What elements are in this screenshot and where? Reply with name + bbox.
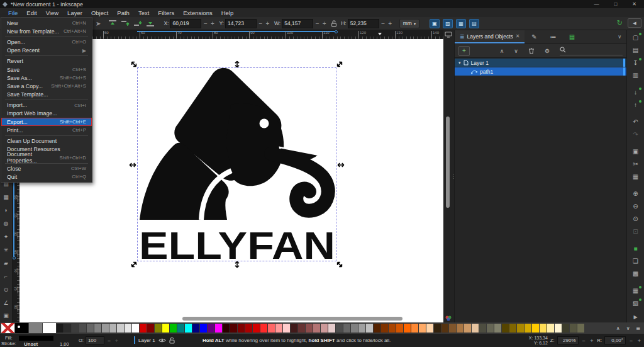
scale-handle-left[interactable] — [128, 161, 137, 169]
fill-color-swatch[interactable] — [19, 336, 53, 341]
palette-swatch[interactable] — [532, 324, 539, 333]
expand-caret-icon[interactable]: ▾ — [458, 60, 461, 65]
lock-ratio-icon[interactable] — [331, 20, 337, 27]
palette-swatch[interactable] — [57, 324, 64, 333]
menu-item-new[interactable]: NewCtrl+N — [1, 19, 92, 27]
open-document-icon[interactable]: ▤ — [630, 45, 642, 54]
lower-to-bottom-icon[interactable] — [146, 20, 155, 27]
scale-corners-toggle[interactable]: ▨ — [443, 19, 453, 28]
menu-view[interactable]: View — [42, 9, 63, 16]
palette-swatch[interactable] — [547, 324, 554, 333]
palette-swatch[interactable] — [291, 324, 297, 333]
vertical-scrollbar[interactable] — [446, 117, 450, 208]
horizontal-scrollbar[interactable] — [182, 317, 402, 321]
palette-swatch[interactable] — [343, 324, 350, 333]
menu-path[interactable]: Path — [113, 9, 134, 16]
menu-item-clean-up-document[interactable]: Clean Up Document — [1, 137, 92, 145]
minimize-button[interactable]: — — [594, 1, 599, 7]
raise-to-top-icon[interactable] — [108, 20, 117, 27]
menu-edit[interactable]: Edit — [22, 9, 41, 16]
palette-swatch[interactable] — [562, 324, 569, 333]
palette-swatch[interactable] — [253, 324, 260, 333]
menu-item-quit[interactable]: QuitCtrl+Q — [1, 173, 92, 181]
clone-icon[interactable]: ▩ — [630, 269, 642, 278]
palette-swatch[interactable] — [426, 324, 433, 333]
rotation-field[interactable]: 0,00° — [604, 336, 626, 344]
palette-swatch[interactable] — [555, 324, 562, 333]
menu-help[interactable]: Help — [217, 9, 238, 16]
palette-swatch[interactable] — [577, 324, 584, 333]
palette-swatch[interactable] — [275, 324, 282, 333]
width-increment-button[interactable]: + — [321, 20, 327, 27]
y-increment-button[interactable]: + — [265, 20, 270, 27]
group-icon[interactable]: ▦ — [630, 286, 642, 295]
palette-swatch[interactable] — [441, 324, 448, 333]
palette-swatch[interactable] — [170, 324, 177, 333]
current-layer-name[interactable]: Layer 1 — [138, 338, 155, 343]
layer-settings-gear-icon[interactable]: ⚙ — [545, 48, 550, 54]
layer-lock-icon[interactable] — [169, 337, 175, 344]
palette-swatch[interactable] — [306, 324, 313, 333]
zoom-increment-button[interactable]: + — [589, 338, 595, 344]
menu-item-export[interactable]: Export...Shift+Ctrl+E — [1, 118, 92, 126]
menu-item-import[interactable]: Import...Ctrl+I — [1, 101, 92, 110]
redo-icon[interactable]: ↷ — [630, 130, 642, 139]
export-icon[interactable]: ↑ — [630, 100, 642, 109]
menu-file[interactable]: File — [4, 9, 22, 16]
palette-swatch[interactable] — [87, 324, 94, 333]
palette-swatch[interactable] — [260, 324, 267, 333]
height-decrement-button[interactable]: − — [380, 20, 386, 27]
zoom-out-icon[interactable]: ⊖ — [630, 202, 642, 210]
objects-dialog-tab[interactable]: ≔ — [543, 33, 562, 40]
copy-icon[interactable]: ▣ — [630, 147, 642, 156]
menu-layer[interactable]: Layer — [63, 9, 87, 16]
palette-swatch[interactable] — [125, 324, 131, 333]
width-decrement-button[interactable]: − — [314, 20, 320, 27]
menu-item-new-from-template[interactable]: New from Template...Ctrl+Alt+N — [1, 27, 92, 35]
palette-swatch[interactable] — [419, 324, 426, 333]
zoom-fit-icon[interactable]: ⊡ — [630, 227, 642, 236]
zoom-actual-icon[interactable]: ⊙ — [630, 214, 642, 223]
print-icon[interactable]: ▥ — [630, 71, 642, 79]
palette-swatch[interactable] — [72, 324, 79, 333]
new-document-icon[interactable]: ▢ — [630, 33, 642, 42]
eraser-tool-icon[interactable]: ▰ — [1, 256, 11, 270]
palette-swatch[interactable] — [366, 324, 373, 333]
palette-swatch[interactable] — [328, 324, 335, 333]
palette-swatch[interactable] — [502, 324, 509, 333]
palette-swatch[interactable] — [185, 324, 192, 333]
unit-dropdown[interactable]: mm ▾ — [399, 19, 419, 28]
snapping-icon[interactable]: ↻ — [617, 19, 623, 27]
pages-tool-icon[interactable]: ▣ — [1, 309, 11, 322]
elephant-logo[interactable]: ELLYFAN — [138, 68, 337, 262]
object-row[interactable]: path1 — [455, 67, 626, 76]
move-layer-down-icon[interactable]: ∨ — [514, 48, 518, 54]
y-field[interactable]: 14,723 — [225, 19, 257, 28]
menu-item-import-web-image[interactable]: Import Web Image... — [1, 110, 92, 118]
menu-object[interactable]: Object — [87, 9, 113, 16]
dock-menu-chevron-icon[interactable]: ∨ — [618, 34, 626, 40]
zoom-field[interactable]: 290% — [557, 336, 579, 344]
palette-swatch[interactable] — [79, 324, 86, 333]
close-button[interactable]: ✕ — [632, 1, 636, 7]
selection-box[interactable]: ELLYFAN — [137, 67, 336, 261]
stroke-value[interactable]: Unset — [24, 341, 38, 347]
palette-swatch[interactable] — [313, 324, 320, 333]
scale-handle-right[interactable] — [336, 161, 345, 169]
palette-swatch[interactable] — [109, 324, 116, 333]
menu-item-close[interactable]: CloseCtrl+W — [1, 164, 92, 173]
move-layer-up-icon[interactable]: ∧ — [500, 48, 504, 54]
palette-swatch[interactable] — [351, 324, 358, 333]
paint-bucket-tool-icon[interactable]: ◍ — [1, 217, 11, 230]
menu-item-save-template[interactable]: Save Template... — [1, 91, 92, 99]
opacity-increment-button[interactable]: + — [114, 338, 119, 344]
palette-swatch[interactable] — [457, 324, 464, 333]
import-icon[interactable]: ↓ — [630, 88, 642, 96]
palette-swatch[interactable] — [374, 324, 380, 333]
layer-search-input[interactable] — [560, 47, 623, 55]
menu-item-open-recent[interactable]: Open Recent▶ — [1, 47, 92, 55]
palette-swatch[interactable] — [230, 324, 237, 333]
palette-swatch[interactable] — [208, 324, 214, 333]
maximize-button[interactable]: □ — [614, 1, 617, 7]
collapse-toolbar-button[interactable]: ◀ — [628, 18, 641, 28]
